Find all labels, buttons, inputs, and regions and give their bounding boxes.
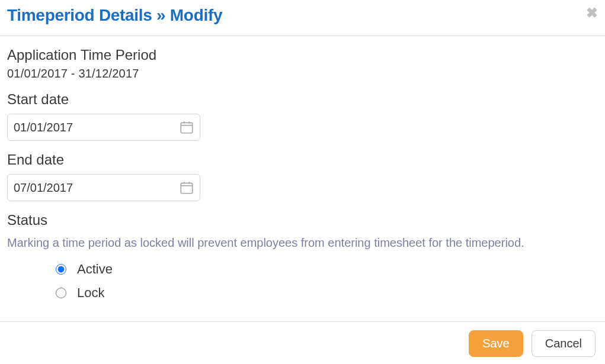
end-date-input[interactable] <box>7 174 200 201</box>
cancel-button[interactable]: Cancel <box>532 330 596 357</box>
end-date-label: End date <box>7 152 598 168</box>
modal-title: Timeperiod Details » Modify <box>7 6 222 25</box>
modal-timeperiod-modify: Timeperiod Details » Modify ✖ Applicatio… <box>0 0 605 364</box>
status-radio-group: Active Lock <box>7 262 598 301</box>
save-button[interactable]: Save <box>469 330 523 357</box>
start-date-input[interactable] <box>7 114 200 141</box>
modal-body: Application Time Period 01/01/2017 - 31/… <box>0 36 605 321</box>
close-icon: ✖ <box>586 5 598 21</box>
application-period-range: 01/01/2017 - 31/12/2017 <box>7 67 598 80</box>
end-date-field <box>7 174 200 201</box>
status-option-lock[interactable]: Lock <box>56 285 598 301</box>
status-option-active[interactable]: Active <box>56 262 598 277</box>
status-radio-lock[interactable] <box>56 288 66 298</box>
status-help-text: Marking a time period as locked will pre… <box>7 234 598 251</box>
status-radio-lock-label: Lock <box>77 285 104 301</box>
status-radio-active[interactable] <box>56 264 66 275</box>
status-label: Status <box>7 212 598 228</box>
close-button[interactable]: ✖ <box>586 6 598 20</box>
application-period-label: Application Time Period <box>7 47 598 63</box>
start-date-field <box>7 114 200 141</box>
modal-footer: Save Cancel <box>0 321 605 364</box>
status-radio-active-label: Active <box>77 262 113 277</box>
start-date-label: Start date <box>7 91 598 108</box>
modal-header: Timeperiod Details » Modify ✖ <box>0 0 605 36</box>
